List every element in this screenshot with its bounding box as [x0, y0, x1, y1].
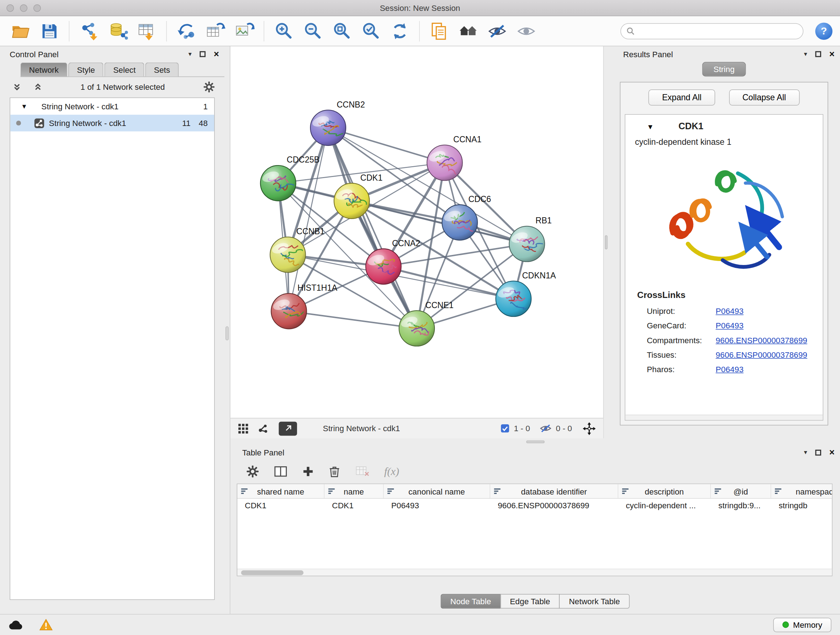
help-button[interactable]: ? — [815, 22, 833, 40]
new-network-button[interactable] — [173, 19, 199, 43]
delete-columns-button[interactable] — [329, 465, 340, 477]
warnings-button[interactable] — [39, 619, 53, 631]
export-table-button[interactable] — [202, 19, 228, 43]
panel-float-button[interactable]: ▾ — [804, 448, 807, 456]
network-canvas[interactable]: CCNB2CCNA1CDC25BCDK1CDC6RB1CCNB1CCNA2CDK… — [231, 46, 603, 418]
table-horizontal-scrollbar[interactable] — [237, 569, 832, 576]
tab-node-table[interactable]: Node Table — [441, 594, 501, 608]
export-network-button[interactable] — [279, 421, 297, 435]
panel-close-button[interactable]: × — [214, 49, 219, 58]
scrollbar-thumb[interactable] — [241, 570, 303, 575]
results-horizontal-scrollbar[interactable] — [625, 415, 823, 420]
crosslink-link[interactable]: 9606.ENSP00000378699 — [715, 350, 807, 359]
function-builder-button[interactable]: f(x) — [384, 465, 399, 477]
column-header-name[interactable]: name — [325, 484, 384, 498]
string-home-button[interactable] — [455, 19, 481, 43]
collapse-all-button[interactable]: Collapse All — [729, 89, 799, 106]
zoom-fit-button[interactable] — [329, 19, 355, 43]
table-row[interactable]: CDK1CDK1P064939606.ENSP00000378699cyclin… — [237, 499, 832, 513]
network-node-CCNB2[interactable] — [310, 110, 346, 146]
tab-edge-table[interactable]: Edge Table — [500, 594, 560, 608]
export-image-button[interactable] — [232, 19, 257, 43]
crosslink-link[interactable]: 9606.ENSP00000378699 — [715, 336, 807, 345]
panel-float-button[interactable]: ▾ — [188, 50, 192, 57]
splitter-handle[interactable] — [605, 235, 607, 249]
panel-close-button[interactable]: × — [829, 448, 835, 457]
panel-maximize-button[interactable] — [815, 449, 821, 455]
network-node-HIST1H1A[interactable] — [271, 293, 307, 329]
panel-maximize-button[interactable] — [815, 51, 821, 57]
column-header-canonical-name[interactable]: canonical name — [384, 484, 491, 498]
selection-checkbox-icon[interactable] — [500, 424, 509, 433]
memory-button[interactable]: Memory — [773, 617, 831, 632]
overview-toggle-button[interactable] — [256, 422, 269, 435]
save-session-button[interactable] — [36, 19, 62, 43]
network-options-gear-button[interactable] — [202, 80, 216, 93]
tab-network-table[interactable]: Network Table — [559, 594, 630, 608]
network-tree-child-row[interactable]: String Network - cdk1 11 48 — [10, 115, 214, 131]
network-node-CDKN1A[interactable] — [496, 281, 531, 317]
crosslink-link[interactable]: P06493 — [715, 306, 744, 315]
table-cell[interactable]: CDK1 — [325, 499, 384, 513]
zoom-out-button[interactable] — [300, 19, 325, 43]
table-cell[interactable]: 9606.ENSP00000378699 — [490, 499, 618, 513]
expand-all-button[interactable]: Expand All — [649, 89, 715, 106]
network-node-CCNA1[interactable] — [427, 145, 462, 180]
window-close-button[interactable] — [6, 4, 14, 11]
show-columns-button[interactable] — [274, 465, 287, 477]
section-collapse-icon[interactable]: ▼ — [647, 122, 654, 130]
table-cell[interactable]: P06493 — [384, 499, 491, 513]
tab-string[interactable]: String — [702, 62, 746, 76]
network-edge[interactable] — [328, 128, 417, 328]
tab-sets[interactable]: Sets — [145, 63, 179, 77]
network-edge[interactable] — [328, 128, 445, 163]
hidden-eye-slash-icon[interactable] — [540, 423, 552, 433]
expand-tree-button[interactable] — [12, 81, 22, 92]
column-header--id[interactable]: @id — [711, 484, 771, 498]
table-cell[interactable]: CDK1 — [237, 499, 325, 513]
open-session-button[interactable] — [8, 19, 33, 43]
tab-network[interactable]: Network — [21, 63, 67, 77]
collapse-tree-button[interactable] — [33, 81, 43, 92]
tree-expand-icon[interactable]: ▼ — [21, 103, 27, 110]
import-table-button[interactable] — [134, 19, 159, 43]
search-input[interactable] — [639, 26, 798, 36]
horizontal-splitter[interactable] — [231, 439, 840, 445]
column-header-namespace[interactable]: namespace — [771, 484, 833, 498]
delete-table-button-disabled[interactable] — [355, 465, 369, 477]
apply-layout-button[interactable] — [387, 19, 413, 43]
pan-mode-button[interactable] — [582, 421, 597, 436]
crosslink-link[interactable]: P06493 — [715, 364, 744, 374]
grid-view-button[interactable] — [237, 422, 250, 435]
tab-style[interactable]: Style — [68, 63, 103, 77]
panel-splitter-handle[interactable] — [225, 326, 229, 340]
table-cell[interactable]: cyclin-dependent ... — [618, 499, 711, 513]
table-cell[interactable]: stringdb:9... — [711, 499, 771, 513]
network-tree-root-row[interactable]: ▼ String Network - cdk1 1 — [10, 98, 214, 115]
table-cell[interactable]: stringdb — [771, 499, 833, 513]
tab-select[interactable]: Select — [104, 63, 144, 77]
zoom-selected-button[interactable] — [358, 19, 384, 43]
duplicate-network-button[interactable] — [426, 19, 452, 43]
import-network-database-button[interactable] — [105, 19, 131, 43]
window-zoom-button[interactable] — [33, 4, 41, 11]
hide-selected-button[interactable] — [485, 19, 510, 43]
vertical-splitter[interactable] — [604, 46, 608, 439]
table-options-gear-button[interactable] — [246, 465, 259, 477]
splitter-handle[interactable] — [526, 440, 545, 443]
zoom-in-button[interactable] — [271, 19, 296, 43]
panel-close-button[interactable]: × — [829, 49, 835, 58]
column-header-database-identifier[interactable]: database identifier — [490, 484, 618, 498]
window-minimize-button[interactable] — [20, 4, 27, 11]
import-network-file-button[interactable] — [76, 19, 102, 43]
network-graph[interactable]: CCNB2CCNA1CDC25BCDK1CDC6RB1CCNB1CCNA2CDK… — [231, 46, 603, 418]
column-header-description[interactable]: description — [618, 484, 711, 498]
show-all-button[interactable] — [513, 19, 539, 43]
panel-float-button[interactable]: ▾ — [804, 50, 807, 57]
column-header-shared-name[interactable]: shared name — [237, 484, 325, 498]
create-column-button[interactable] — [302, 466, 314, 477]
panel-maximize-button[interactable] — [200, 51, 205, 57]
network-edge[interactable] — [289, 311, 417, 328]
network-node-CCNB1[interactable] — [270, 237, 306, 272]
crosslink-link[interactable]: P06493 — [715, 321, 744, 330]
